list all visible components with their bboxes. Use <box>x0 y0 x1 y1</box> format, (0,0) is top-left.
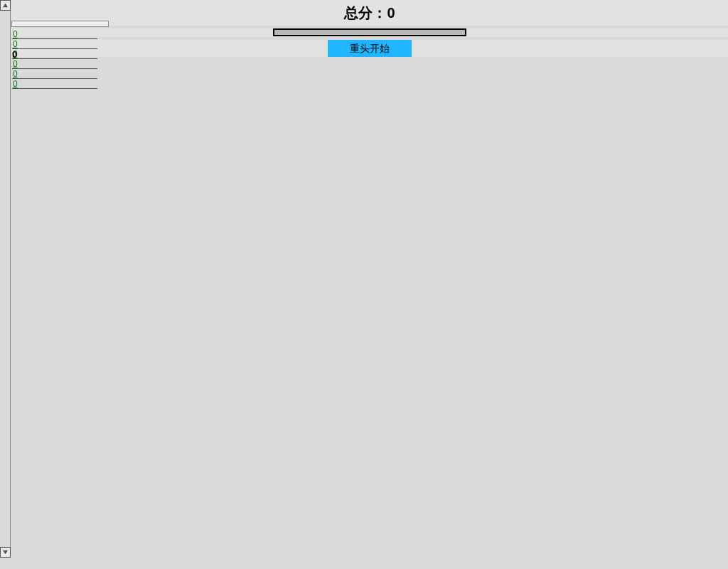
image-placeholder <box>11 21 109 27</box>
list-item[interactable]: 0 <box>12 39 97 49</box>
list-item[interactable]: 0 <box>12 49 97 59</box>
restart-button[interactable]: 重头开始 <box>328 40 412 57</box>
score-prefix: 总分： <box>344 5 387 21</box>
zero-link-list: 0 0 0 0 0 0 <box>12 29 97 89</box>
list-item[interactable]: 0 <box>12 59 97 69</box>
score-value: 0 <box>387 5 395 21</box>
arrow-up-icon <box>2 2 9 9</box>
svg-marker-0 <box>3 4 8 7</box>
svg-marker-1 <box>3 551 8 554</box>
scroll-up-button[interactable] <box>0 0 11 11</box>
list-item[interactable]: 0 <box>12 29 97 39</box>
progress-bar <box>273 28 466 36</box>
progress-row <box>11 28 728 37</box>
list-item[interactable]: 0 <box>12 69 97 79</box>
main-content: 总分：0 重头开始 <box>11 0 728 60</box>
vertical-scrollbar[interactable] <box>0 0 11 558</box>
score-row: 总分：0 <box>11 0 728 26</box>
list-item[interactable]: 0 <box>12 79 97 89</box>
restart-row: 重头开始 <box>11 40 728 57</box>
scroll-down-button[interactable] <box>0 547 11 558</box>
arrow-down-icon <box>2 549 9 555</box>
